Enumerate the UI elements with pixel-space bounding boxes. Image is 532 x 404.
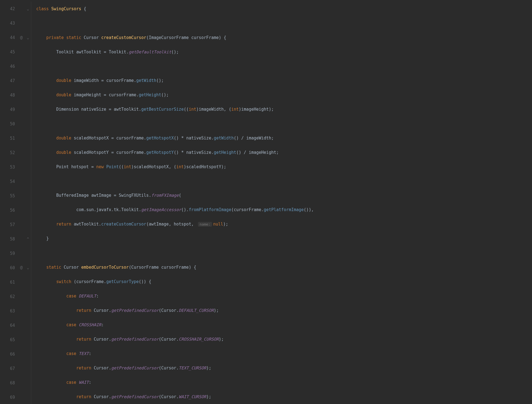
code-line[interactable]: double imageWidth = cursorFrame.getWidth… (36, 73, 532, 88)
line-number-column: 4243444546474849505152535455565758596061… (0, 2, 18, 404)
code-line[interactable]: return Cursor.getPredefinedCursor(Cursor… (36, 332, 532, 346)
gutter-annotation (18, 203, 25, 217)
gutter-annotation (18, 246, 25, 260)
code-line[interactable]: com.sun.javafx.tk.Toolkit.getImageAccess… (36, 203, 532, 217)
code-line[interactable]: } (36, 231, 532, 246)
gutter-annotation (18, 332, 25, 346)
gutter-annotation: @ (18, 30, 25, 45)
code-line[interactable]: BufferedImage awtImage = SwingFXUtils.fr… (36, 188, 532, 203)
inlay-hint: name: (198, 222, 212, 227)
gutter-annotation (18, 16, 25, 30)
gutter-annotation (18, 304, 25, 318)
gutter-annotation (18, 160, 25, 174)
code-line[interactable]: static Cursor embedCursorToCursor(Cursor… (36, 260, 532, 274)
gutter-annotation: @ (18, 260, 25, 275)
fold-column (25, 2, 31, 404)
fold-toggle-icon[interactable] (27, 236, 29, 241)
gutter-annotation (18, 188, 25, 203)
line-number: 58 (3, 232, 15, 246)
line-number: 64 (3, 318, 15, 333)
line-number: 42 (3, 2, 15, 16)
code-line[interactable]: double imageHeight = cursorFrame.getHeig… (36, 88, 532, 102)
line-number: 61 (3, 275, 15, 289)
gutter-annotation (18, 2, 25, 16)
line-number: 49 (3, 102, 15, 117)
code-editor[interactable]: 4243444546474849505152535455565758596061… (0, 0, 532, 404)
code-line[interactable] (36, 116, 532, 131)
line-number: 66 (3, 347, 15, 361)
line-number: 53 (3, 160, 15, 174)
fold-toggle-icon[interactable] (27, 265, 29, 270)
gutter-annotation (18, 145, 25, 160)
gutter-annotation (18, 289, 25, 304)
code-line[interactable]: return Cursor.getPredefinedCursor(Cursor… (36, 361, 532, 375)
code-line[interactable]: return awtToolkit.createCustomCursor(awt… (36, 217, 532, 231)
gutter-annotation (18, 318, 25, 332)
line-number: 63 (3, 304, 15, 318)
gutter-annotation (18, 131, 25, 145)
line-number: 48 (3, 88, 15, 102)
gutter-annotation (18, 74, 25, 88)
line-number: 50 (3, 117, 15, 131)
gutter: 4243444546474849505152535455565758596061… (0, 0, 31, 404)
line-number: 65 (3, 333, 15, 347)
code-line[interactable]: Point hotspot = new Point((int)scaledHot… (36, 160, 532, 174)
line-number: 67 (3, 361, 15, 376)
gutter-annotation (18, 346, 25, 361)
line-number: 51 (3, 131, 15, 146)
line-number: 43 (3, 16, 15, 30)
line-number: 59 (3, 246, 15, 261)
gutter-annotation (18, 232, 25, 246)
line-number: 52 (3, 146, 15, 160)
gutter-annotation (18, 116, 25, 131)
gutter-annotation (18, 102, 25, 117)
code-line[interactable]: case TEXT: (36, 346, 532, 361)
code-area[interactable]: class SwingCursors { private static Curs… (31, 0, 532, 404)
gutter-annotation (18, 361, 25, 375)
line-number: 55 (3, 189, 15, 203)
code-line[interactable] (36, 16, 532, 30)
gutter-annotation (18, 88, 25, 102)
code-line[interactable]: double scaledHotspotX = cursorFrame.getH… (36, 131, 532, 145)
code-line[interactable]: double scaledHotspotY = cursorFrame.getH… (36, 145, 532, 160)
gutter-annotation (18, 375, 25, 390)
line-number: 57 (3, 217, 15, 232)
code-line[interactable] (36, 59, 532, 74)
fold-toggle-icon[interactable] (27, 6, 29, 11)
code-line[interactable]: private static Cursor createCustomCursor… (36, 30, 532, 45)
line-number: 47 (3, 74, 15, 88)
gutter-annotation (18, 390, 25, 404)
code-line[interactable]: Toolkit awtToolkit = Toolkit.getDefaultT… (36, 45, 532, 59)
gutter-annotation (18, 275, 25, 289)
code-line[interactable]: return Cursor.getPredefinedCursor(Cursor… (36, 390, 532, 404)
code-line[interactable]: Dimension nativeSize = awtToolkit.getBes… (36, 102, 532, 116)
line-number: 69 (3, 390, 15, 404)
line-number: 62 (3, 289, 15, 304)
line-number: 54 (3, 174, 15, 189)
code-line[interactable]: case WAIT: (36, 375, 532, 390)
line-number: 46 (3, 59, 15, 74)
line-number: 56 (3, 203, 15, 217)
fold-toggle-icon[interactable] (27, 35, 29, 40)
code-line[interactable] (36, 174, 532, 188)
code-line[interactable]: switch (cursorFrame.getCursorType()) { (36, 274, 532, 289)
gutter-annotation (18, 45, 25, 59)
gutter-annotation (18, 174, 25, 188)
code-line[interactable] (36, 246, 532, 260)
code-line[interactable]: return Cursor.getPredefinedCursor(Cursor… (36, 303, 532, 318)
line-number: 60 (3, 261, 15, 275)
gutter-annotation (18, 59, 25, 74)
annotation-column: @@ (18, 2, 25, 404)
code-line[interactable]: case CROSSHAIR: (36, 318, 532, 332)
line-number: 68 (3, 376, 15, 390)
line-number: 45 (3, 45, 15, 59)
code-line[interactable]: case DEFAULT: (36, 289, 532, 303)
gutter-annotation (18, 217, 25, 232)
code-line[interactable]: class SwingCursors { (36, 2, 532, 16)
line-number: 44 (3, 30, 15, 45)
